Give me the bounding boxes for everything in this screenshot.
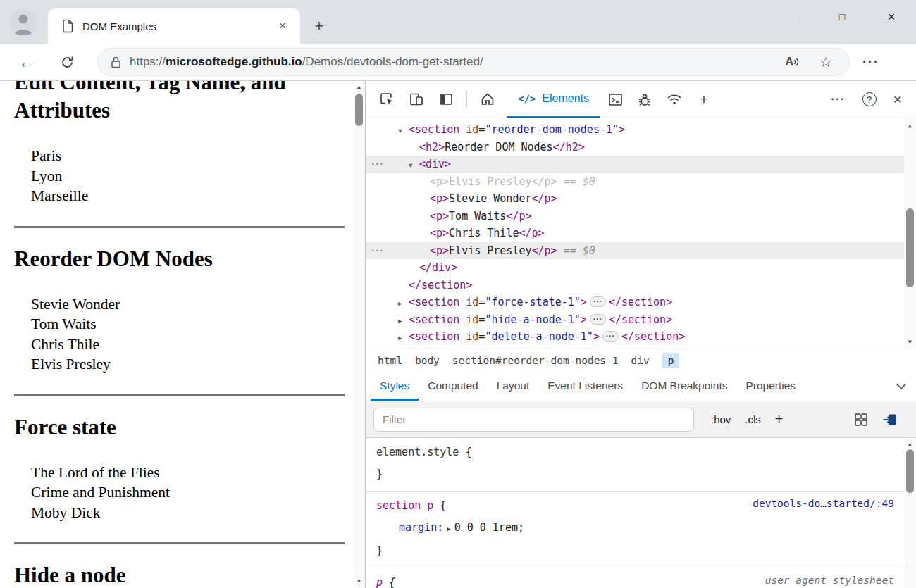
- tab-properties[interactable]: Properties: [736, 371, 805, 401]
- drag-handle-icon[interactable]: ···: [371, 242, 384, 260]
- toggle-hover-state-button[interactable]: :hov: [704, 409, 738, 430]
- page-scrollbar[interactable]: ▲ ▼: [353, 81, 365, 588]
- page-section: Force stateThe Lord of the FliesCrime an…: [14, 413, 353, 545]
- bug-icon[interactable]: [630, 81, 660, 118]
- breadcrumb-item[interactable]: p: [662, 353, 680, 368]
- breadcrumb-item[interactable]: html: [378, 355, 402, 366]
- close-button[interactable]: ×: [867, 0, 916, 34]
- tab-elements[interactable]: </> Elements: [507, 81, 600, 118]
- rule-selector[interactable]: p: [376, 576, 383, 588]
- back-icon[interactable]: ←: [18, 53, 35, 72]
- arrow-into-box-icon[interactable]: [882, 413, 898, 427]
- inline-expand-icon[interactable]: ···: [590, 296, 606, 307]
- new-tab-button[interactable]: +: [309, 15, 330, 37]
- dom-tree-row[interactable]: <p>Tom Waits</p>: [366, 208, 904, 225]
- scroll-down-icon[interactable]: ▼: [904, 336, 916, 347]
- tab-computed[interactable]: Computed: [419, 371, 488, 401]
- dom-tree-row[interactable]: </div>: [366, 259, 904, 277]
- dom-scrollbar-thumb[interactable]: [906, 208, 914, 287]
- tab-dom-breakpoints[interactable]: DOM Breakpoints: [632, 371, 736, 401]
- browser-tab[interactable]: DOM Examples ×: [48, 8, 300, 44]
- stylesheet-link[interactable]: devtools-do…started/:49: [753, 498, 894, 509]
- devtools-more-icon[interactable]: ···: [822, 93, 853, 106]
- styles-scrollbar[interactable]: ▲: [904, 438, 916, 588]
- maximize-button[interactable]: □: [817, 0, 867, 34]
- dom-tree-row[interactable]: <p>Chris Thile</p>: [366, 225, 904, 242]
- toggle-element-classes-button[interactable]: .cls: [738, 409, 768, 430]
- tab-close-icon[interactable]: ×: [273, 18, 292, 35]
- inline-expand-icon[interactable]: ···: [806, 349, 822, 349]
- expand-arrow-icon[interactable]: ▶: [398, 295, 409, 313]
- url-text[interactable]: https://microsoftedge.github.io/Demos/de…: [130, 55, 786, 69]
- styles-tabbar: StylesComputedLayoutEvent ListenersDOM B…: [366, 371, 916, 401]
- browser-menu-icon[interactable]: ···: [862, 55, 879, 70]
- drag-handle-icon[interactable]: ···: [371, 156, 384, 173]
- tab-layout[interactable]: Layout: [488, 371, 539, 401]
- dom-tree-row[interactable]: ▶<section id="force-state-1">···</sectio…: [366, 294, 904, 311]
- minimize-button[interactable]: ─: [768, 0, 817, 34]
- devtools-close-icon[interactable]: ×: [885, 91, 910, 108]
- inline-expand-icon[interactable]: ···: [590, 314, 606, 325]
- rule-selector[interactable]: element.style: [376, 446, 459, 458]
- dom-tree-row[interactable]: ▶<section id="hide-a-node-1">···</sectio…: [366, 311, 904, 329]
- dom-tree-row[interactable]: ▶<section id="delete-a-node-1">···</sect…: [366, 328, 904, 346]
- tab-event-listeners[interactable]: Event Listeners: [538, 371, 632, 401]
- styles-scrollbar-thumb[interactable]: [906, 449, 914, 493]
- network-conditions-icon[interactable]: [660, 81, 689, 118]
- dock-side-icon[interactable]: [431, 81, 461, 118]
- lock-icon[interactable]: [111, 56, 121, 68]
- home-icon[interactable]: [473, 81, 502, 118]
- expand-arrow-icon[interactable]: ▶: [398, 330, 409, 347]
- inline-expand-icon[interactable]: ···: [602, 331, 619, 342]
- refresh-icon[interactable]: [60, 55, 75, 70]
- tab-styles[interactable]: Styles: [371, 371, 419, 401]
- url-field[interactable]: https://microsoftedge.github.io/Demos/de…: [97, 48, 850, 76]
- document-icon: [62, 19, 74, 33]
- dom-tree-row[interactable]: </section>: [366, 277, 904, 294]
- device-emulation-icon[interactable]: [402, 81, 431, 118]
- css-property-name[interactable]: margin:: [399, 521, 443, 534]
- read-aloud-icon[interactable]: A: [786, 56, 800, 68]
- console-icon[interactable]: [600, 81, 630, 118]
- dom-row-code: ▶<section id="hide-a-node-1">···</sectio…: [366, 311, 672, 330]
- css-declaration[interactable]: margin:▶0 0 0 1rem;: [376, 517, 894, 540]
- shorthand-expand-icon[interactable]: ▶: [447, 518, 450, 540]
- rule-selector[interactable]: section p: [376, 499, 433, 512]
- scroll-up-icon[interactable]: ▲: [904, 120, 916, 131]
- breadcrumb-item[interactable]: section#reorder-dom-nodes-1: [452, 355, 619, 366]
- collapse-arrow-icon[interactable]: ▼: [409, 157, 419, 175]
- devtools-toolbar-right: ··· ? ×: [822, 81, 916, 118]
- window-controls: ─ □ ×: [768, 0, 916, 34]
- favorites-star-icon[interactable]: ☆: [819, 54, 832, 70]
- new-style-rule-icon[interactable]: +: [768, 411, 791, 427]
- dom-tree-scrollbar[interactable]: ▲ ▼: [904, 118, 916, 349]
- dom-tree-row[interactable]: ▶<section id="reference-the-currently-se…: [366, 346, 904, 349]
- expand-arrow-icon[interactable]: ▶: [398, 313, 409, 330]
- dom-tree-row[interactable]: <p>Stevie Wonder</p>: [366, 190, 904, 208]
- profile-avatar[interactable]: [10, 9, 37, 36]
- inspect-element-icon[interactable]: [372, 81, 402, 118]
- page-content-sections: Edit Content, Tag Name, and AttributesPa…: [0, 81, 353, 588]
- grid-icon[interactable]: [854, 413, 868, 427]
- expand-arrow-icon[interactable]: ▶: [398, 347, 409, 349]
- dom-tree-row[interactable]: <h2>Reorder DOM Nodes</h2>: [366, 139, 904, 156]
- styles-filter-input[interactable]: [373, 408, 694, 432]
- dom-tree-row[interactable]: ···▼<div>: [366, 156, 904, 173]
- help-icon[interactable]: ?: [862, 92, 877, 106]
- page-item: Stevie Wonder: [31, 294, 353, 315]
- scroll-down-icon[interactable]: ▼: [353, 575, 365, 587]
- css-property-value[interactable]: 0 0 0 1rem;: [454, 521, 524, 534]
- chevron-down-icon[interactable]: [896, 380, 906, 389]
- page-scrollbar-thumb[interactable]: [355, 94, 363, 126]
- page-item: Paris: [31, 146, 353, 166]
- add-tool-icon[interactable]: +: [689, 81, 719, 118]
- dom-tree-row[interactable]: ▼<section id="reorder-dom-nodes-1">: [366, 121, 904, 139]
- scroll-up-icon[interactable]: ▲: [904, 438, 916, 449]
- page-item: Lyon: [31, 166, 353, 187]
- breadcrumb-item[interactable]: div: [631, 355, 650, 366]
- breadcrumb-item[interactable]: body: [415, 355, 440, 366]
- scroll-up-icon[interactable]: ▲: [353, 81, 365, 92]
- collapse-arrow-icon[interactable]: ▼: [398, 123, 409, 140]
- dom-tree-row[interactable]: <p>Elvis Presley</p> == $0: [366, 173, 904, 191]
- dom-tree-row[interactable]: ···<p>Elvis Presley</p> == $0: [366, 242, 904, 260]
